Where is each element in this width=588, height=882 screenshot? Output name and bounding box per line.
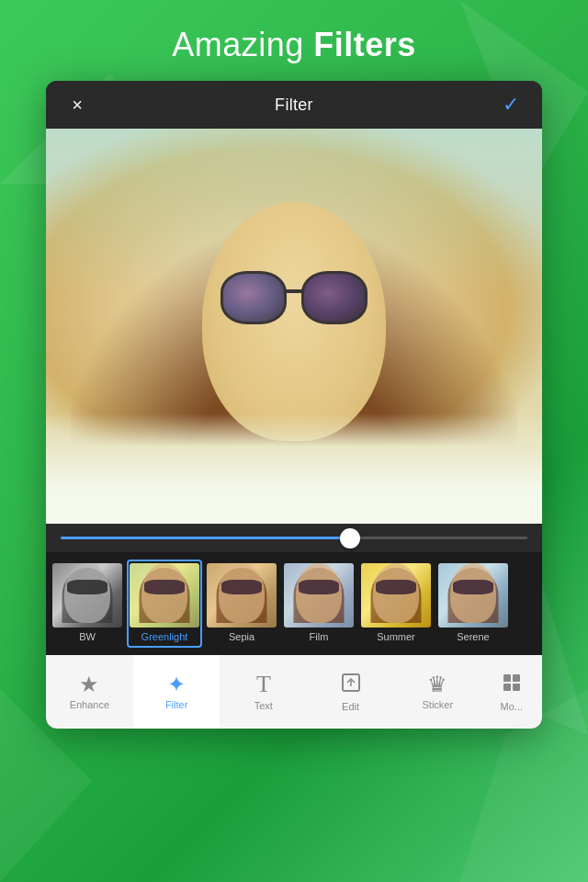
filter-item-film[interactable]: Film (281, 560, 356, 648)
edit-icon (340, 672, 362, 697)
filter-item-summer[interactable]: Summer (358, 560, 434, 648)
sunglasses (211, 271, 377, 335)
more-icon (501, 672, 523, 697)
filter-strip: BW Greenlight Sepia Film (46, 552, 542, 655)
slider-track[interactable] (61, 537, 527, 539)
top-bar: × Filter ✓ (46, 81, 542, 129)
edit-label: Edit (342, 701, 359, 712)
toolbar-sticker[interactable]: ♛ Sticker (394, 655, 481, 729)
app-window: × Filter ✓ (46, 81, 542, 729)
filter-item-bw[interactable]: BW (50, 560, 125, 648)
toolbar-more[interactable]: Mo... (481, 655, 542, 729)
svg-rect-7 (513, 674, 520, 682)
filter-item-serene[interactable]: Serene (435, 560, 511, 648)
filter-icon: ✦ (167, 673, 186, 695)
slider-thumb[interactable] (340, 528, 360, 548)
enhance-label: Enhance (70, 699, 109, 710)
text-icon: T (256, 673, 271, 696)
confirm-button[interactable]: ✓ (496, 90, 526, 119)
text-label: Text (254, 700, 273, 711)
close-button[interactable]: × (62, 90, 92, 119)
svg-rect-6 (503, 674, 511, 682)
filter-intensity-slider-area (46, 524, 542, 552)
screen-title: Filter (275, 96, 313, 115)
more-label: Mo... (501, 701, 523, 712)
enhance-icon: ★ (79, 673, 99, 695)
toolbar-text[interactable]: T Text (220, 655, 307, 729)
toolbar-filter[interactable]: ✦ Filter (133, 655, 220, 729)
svg-rect-9 (513, 684, 520, 691)
toolbar-edit[interactable]: Edit (307, 655, 394, 729)
svg-rect-8 (503, 684, 511, 691)
photo-preview (46, 129, 542, 524)
sticker-icon: ♛ (427, 673, 447, 695)
page-title: Amazing Filters (172, 26, 416, 64)
sticker-label: Sticker (422, 699, 453, 710)
bottom-toolbar: ★ Enhance ✦ Filter T Text Edit ♛ S (46, 655, 542, 729)
filter-item-sepia[interactable]: Sepia (204, 560, 279, 648)
filter-item-greenlight[interactable]: Greenlight (127, 560, 202, 648)
filter-label: Filter (165, 699, 187, 710)
toolbar-enhance[interactable]: ★ Enhance (46, 655, 133, 729)
